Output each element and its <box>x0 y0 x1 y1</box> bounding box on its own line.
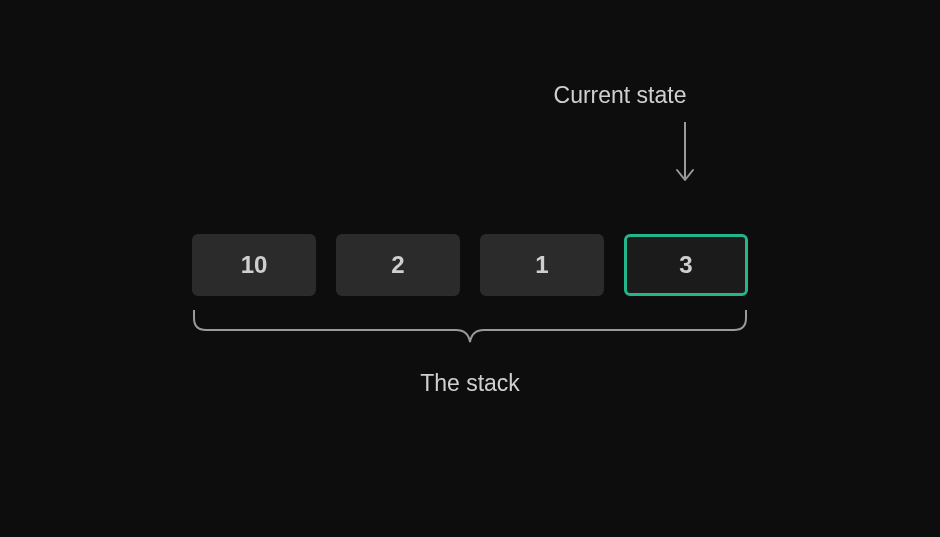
stack-cell: 10 <box>192 234 316 296</box>
stack-label: The stack <box>420 370 520 397</box>
stack-row: 10 2 1 3 <box>192 234 748 296</box>
stack-cell-value: 2 <box>391 251 404 279</box>
arrow-down-icon <box>684 122 686 186</box>
stack-cell: 1 <box>480 234 604 296</box>
stack-cell-value: 1 <box>535 251 548 279</box>
stack-cell-value: 10 <box>241 251 268 279</box>
stack-cell-value: 3 <box>679 251 692 279</box>
stack-cell: 2 <box>336 234 460 296</box>
current-state-label: Current state <box>554 82 687 109</box>
curly-brace-icon <box>192 310 748 346</box>
stack-cell-current: 3 <box>624 234 748 296</box>
diagram-canvas: Current state 10 2 1 3 The stack <box>0 0 940 537</box>
